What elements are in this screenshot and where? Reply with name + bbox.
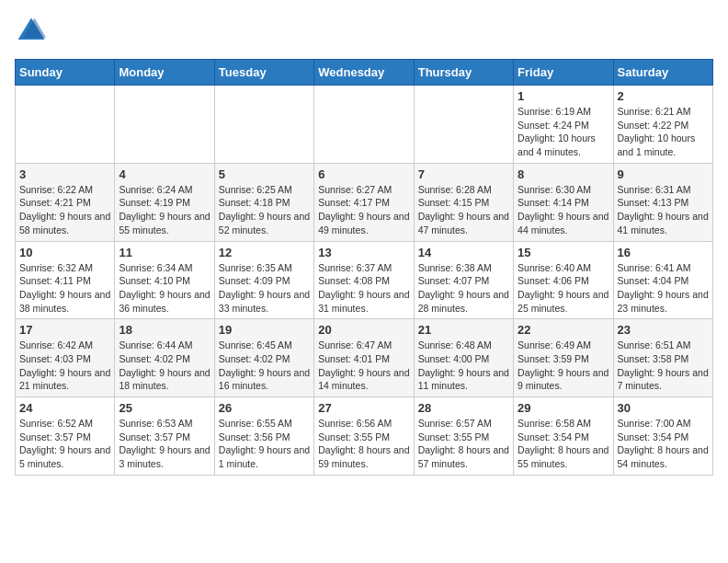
calendar-cell: 8Sunrise: 6:30 AM Sunset: 4:14 PM Daylig… bbox=[514, 163, 613, 241]
day-info: Sunrise: 6:25 AM Sunset: 4:18 PM Dayligh… bbox=[219, 183, 310, 237]
day-number: 29 bbox=[518, 401, 609, 415]
day-info: Sunrise: 6:53 AM Sunset: 3:57 PM Dayligh… bbox=[119, 417, 210, 471]
day-number: 9 bbox=[618, 167, 709, 181]
day-number: 18 bbox=[119, 323, 210, 337]
day-number: 12 bbox=[219, 246, 310, 259]
day-number: 16 bbox=[618, 246, 709, 259]
calendar-cell bbox=[16, 86, 115, 164]
calendar-cell: 23Sunrise: 6:51 AM Sunset: 3:58 PM Dayli… bbox=[613, 319, 712, 397]
calendar-cell: 26Sunrise: 6:55 AM Sunset: 3:56 PM Dayli… bbox=[214, 397, 313, 476]
calendar-cell: 30Sunrise: 7:00 AM Sunset: 3:54 PM Dayli… bbox=[613, 397, 712, 476]
weekday-header-saturday: Saturday bbox=[613, 60, 712, 86]
calendar-cell: 7Sunrise: 6:28 AM Sunset: 4:15 PM Daylig… bbox=[414, 163, 513, 241]
day-number: 25 bbox=[119, 401, 210, 415]
weekday-header-friday: Friday bbox=[514, 60, 613, 86]
day-info: Sunrise: 6:44 AM Sunset: 4:02 PM Dayligh… bbox=[119, 339, 210, 393]
day-info: Sunrise: 6:42 AM Sunset: 4:03 PM Dayligh… bbox=[19, 339, 110, 393]
day-number: 14 bbox=[418, 246, 509, 259]
calendar-cell: 17Sunrise: 6:42 AM Sunset: 4:03 PM Dayli… bbox=[16, 319, 115, 397]
weekday-header-monday: Monday bbox=[115, 60, 214, 86]
day-info: Sunrise: 6:28 AM Sunset: 4:15 PM Dayligh… bbox=[418, 183, 509, 237]
day-number: 10 bbox=[19, 246, 110, 259]
day-number: 5 bbox=[219, 167, 310, 181]
day-number: 21 bbox=[418, 323, 509, 337]
day-number: 4 bbox=[119, 167, 210, 181]
calendar-week-row: 3Sunrise: 6:22 AM Sunset: 4:21 PM Daylig… bbox=[16, 163, 713, 241]
weekday-header-wednesday: Wednesday bbox=[314, 60, 414, 86]
day-info: Sunrise: 6:57 AM Sunset: 3:55 PM Dayligh… bbox=[418, 417, 509, 471]
logo-icon bbox=[15, 15, 48, 48]
calendar-cell: 15Sunrise: 6:40 AM Sunset: 4:06 PM Dayli… bbox=[514, 241, 613, 319]
calendar-cell bbox=[214, 86, 313, 164]
calendar-cell: 1Sunrise: 6:19 AM Sunset: 4:24 PM Daylig… bbox=[514, 86, 613, 164]
day-number: 7 bbox=[418, 167, 509, 181]
day-number: 15 bbox=[518, 246, 609, 259]
calendar-cell: 9Sunrise: 6:31 AM Sunset: 4:13 PM Daylig… bbox=[613, 163, 712, 241]
day-info: Sunrise: 6:31 AM Sunset: 4:13 PM Dayligh… bbox=[618, 183, 709, 237]
calendar-cell: 10Sunrise: 6:32 AM Sunset: 4:11 PM Dayli… bbox=[16, 241, 115, 319]
calendar-week-row: 10Sunrise: 6:32 AM Sunset: 4:11 PM Dayli… bbox=[16, 241, 713, 319]
day-number: 17 bbox=[19, 323, 110, 337]
calendar-cell: 19Sunrise: 6:45 AM Sunset: 4:02 PM Dayli… bbox=[214, 319, 313, 397]
calendar-cell: 18Sunrise: 6:44 AM Sunset: 4:02 PM Dayli… bbox=[115, 319, 214, 397]
day-info: Sunrise: 6:27 AM Sunset: 4:17 PM Dayligh… bbox=[318, 183, 409, 237]
day-number: 3 bbox=[19, 167, 110, 181]
calendar-cell: 21Sunrise: 6:48 AM Sunset: 4:00 PM Dayli… bbox=[414, 319, 513, 397]
day-info: Sunrise: 6:34 AM Sunset: 4:10 PM Dayligh… bbox=[119, 261, 210, 316]
calendar-cell: 3Sunrise: 6:22 AM Sunset: 4:21 PM Daylig… bbox=[16, 163, 115, 241]
day-info: Sunrise: 6:52 AM Sunset: 3:57 PM Dayligh… bbox=[19, 417, 110, 471]
day-info: Sunrise: 6:38 AM Sunset: 4:07 PM Dayligh… bbox=[418, 261, 509, 316]
calendar-cell: 13Sunrise: 6:37 AM Sunset: 4:08 PM Dayli… bbox=[314, 241, 414, 319]
calendar-cell: 16Sunrise: 6:41 AM Sunset: 4:04 PM Dayli… bbox=[613, 241, 712, 319]
day-number: 26 bbox=[219, 401, 310, 415]
day-info: Sunrise: 6:51 AM Sunset: 3:58 PM Dayligh… bbox=[618, 339, 709, 393]
calendar-table: SundayMondayTuesdayWednesdayThursdayFrid… bbox=[15, 59, 713, 476]
logo bbox=[15, 15, 51, 48]
day-number: 11 bbox=[119, 246, 210, 259]
day-number: 13 bbox=[318, 246, 409, 259]
day-info: Sunrise: 6:45 AM Sunset: 4:02 PM Dayligh… bbox=[219, 339, 310, 393]
day-info: Sunrise: 6:48 AM Sunset: 4:00 PM Dayligh… bbox=[418, 339, 509, 393]
day-info: Sunrise: 6:30 AM Sunset: 4:14 PM Dayligh… bbox=[518, 183, 609, 237]
day-info: Sunrise: 6:37 AM Sunset: 4:08 PM Dayligh… bbox=[318, 261, 409, 316]
day-number: 6 bbox=[318, 167, 409, 181]
calendar-cell: 4Sunrise: 6:24 AM Sunset: 4:19 PM Daylig… bbox=[115, 163, 214, 241]
weekday-header-thursday: Thursday bbox=[414, 60, 513, 86]
day-info: Sunrise: 6:55 AM Sunset: 3:56 PM Dayligh… bbox=[219, 417, 310, 471]
day-info: Sunrise: 6:58 AM Sunset: 3:54 PM Dayligh… bbox=[518, 417, 609, 471]
day-info: Sunrise: 6:22 AM Sunset: 4:21 PM Dayligh… bbox=[19, 183, 110, 237]
calendar-cell: 25Sunrise: 6:53 AM Sunset: 3:57 PM Dayli… bbox=[115, 397, 214, 476]
calendar-cell: 22Sunrise: 6:49 AM Sunset: 3:59 PM Dayli… bbox=[514, 319, 613, 397]
calendar-cell: 12Sunrise: 6:35 AM Sunset: 4:09 PM Dayli… bbox=[214, 241, 313, 319]
calendar-cell: 2Sunrise: 6:21 AM Sunset: 4:22 PM Daylig… bbox=[613, 86, 712, 164]
day-number: 23 bbox=[618, 323, 709, 337]
day-info: Sunrise: 6:21 AM Sunset: 4:22 PM Dayligh… bbox=[618, 105, 709, 159]
day-info: Sunrise: 6:40 AM Sunset: 4:06 PM Dayligh… bbox=[518, 261, 609, 316]
calendar-cell: 11Sunrise: 6:34 AM Sunset: 4:10 PM Dayli… bbox=[115, 241, 214, 319]
calendar-cell: 27Sunrise: 6:56 AM Sunset: 3:55 PM Dayli… bbox=[314, 397, 414, 476]
day-info: Sunrise: 6:24 AM Sunset: 4:19 PM Dayligh… bbox=[119, 183, 210, 237]
day-info: Sunrise: 6:49 AM Sunset: 3:59 PM Dayligh… bbox=[518, 339, 609, 393]
day-info: Sunrise: 7:00 AM Sunset: 3:54 PM Dayligh… bbox=[618, 417, 709, 471]
day-number: 30 bbox=[618, 401, 709, 415]
calendar-cell: 6Sunrise: 6:27 AM Sunset: 4:17 PM Daylig… bbox=[314, 163, 414, 241]
calendar-cell bbox=[414, 86, 513, 164]
weekday-header-row: SundayMondayTuesdayWednesdayThursdayFrid… bbox=[16, 60, 713, 86]
calendar-cell bbox=[115, 86, 214, 164]
day-number: 27 bbox=[318, 401, 409, 415]
day-number: 8 bbox=[518, 167, 609, 181]
day-number: 28 bbox=[418, 401, 509, 415]
page-header bbox=[15, 15, 713, 48]
calendar-cell: 20Sunrise: 6:47 AM Sunset: 4:01 PM Dayli… bbox=[314, 319, 414, 397]
weekday-header-tuesday: Tuesday bbox=[214, 60, 313, 86]
day-number: 1 bbox=[518, 89, 609, 103]
calendar-week-row: 17Sunrise: 6:42 AM Sunset: 4:03 PM Dayli… bbox=[16, 319, 713, 397]
calendar-cell: 28Sunrise: 6:57 AM Sunset: 3:55 PM Dayli… bbox=[414, 397, 513, 476]
calendar-week-row: 1Sunrise: 6:19 AM Sunset: 4:24 PM Daylig… bbox=[16, 86, 713, 164]
calendar-week-row: 24Sunrise: 6:52 AM Sunset: 3:57 PM Dayli… bbox=[16, 397, 713, 476]
day-info: Sunrise: 6:56 AM Sunset: 3:55 PM Dayligh… bbox=[318, 417, 409, 471]
day-info: Sunrise: 6:32 AM Sunset: 4:11 PM Dayligh… bbox=[19, 261, 110, 316]
day-number: 24 bbox=[19, 401, 110, 415]
day-number: 20 bbox=[318, 323, 409, 337]
day-info: Sunrise: 6:19 AM Sunset: 4:24 PM Dayligh… bbox=[518, 105, 609, 159]
